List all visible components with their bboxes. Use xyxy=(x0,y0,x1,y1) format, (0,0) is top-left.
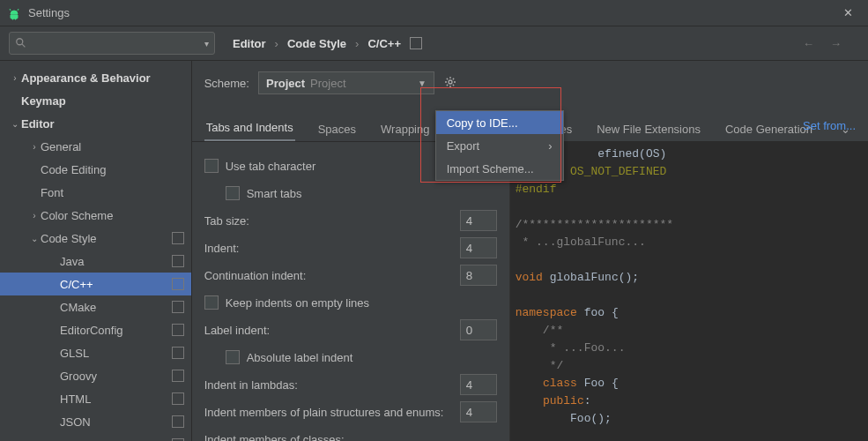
tab-wrapping[interactable]: Wrapping xyxy=(379,117,431,141)
sidebar-item-html[interactable]: HTML xyxy=(0,387,191,410)
svg-point-2 xyxy=(449,80,452,84)
breadcrumb-codestyle[interactable]: Code Style xyxy=(287,37,346,50)
close-button[interactable]: ✕ xyxy=(835,6,861,19)
project-badge-icon xyxy=(172,255,184,267)
smart-tabs-checkbox[interactable] xyxy=(226,186,240,200)
tree-arrow-icon: ⌄ xyxy=(9,119,21,129)
scheme-combobox[interactable]: Project Project ▼ xyxy=(258,71,434,94)
sidebar-item-c-c-[interactable]: C/C++ xyxy=(0,273,191,295)
sidebar-item-font[interactable]: Font xyxy=(0,181,191,204)
project-badge-icon xyxy=(172,347,184,359)
project-badge-icon xyxy=(172,301,184,313)
tab-tabs-indents[interactable]: Tabs and Indents xyxy=(204,116,295,141)
scheme-label: Scheme: xyxy=(204,77,249,90)
sidebar-item-keymap[interactable]: Keymap xyxy=(0,89,191,112)
sidebar-item-color-scheme[interactable]: ›Color Scheme xyxy=(0,204,191,227)
project-badge-icon xyxy=(172,324,184,336)
project-badge-icon xyxy=(172,232,184,244)
nav-back-icon[interactable]: ← xyxy=(803,37,814,50)
tree-arrow-icon: › xyxy=(28,142,41,152)
chevron-down-icon: ▼ xyxy=(418,78,427,88)
sidebar-item-code-style[interactable]: ⌄Code Style xyxy=(0,227,191,250)
tab-new-file-ext[interactable]: New File Extensions xyxy=(595,117,702,141)
popup-import-scheme[interactable]: Import Scheme... xyxy=(436,157,563,180)
indent-form: Use tab character Smart tabs Tab size: I… xyxy=(192,142,509,441)
sidebar-item-cmake[interactable]: CMake xyxy=(0,295,191,318)
search-icon xyxy=(15,37,27,49)
svg-point-0 xyxy=(17,39,23,45)
tab-spaces[interactable]: Spaces xyxy=(316,117,358,141)
sidebar-item-json[interactable]: JSON xyxy=(0,410,191,433)
use-tab-checkbox[interactable] xyxy=(204,159,219,173)
tab-size-input[interactable] xyxy=(460,210,497,231)
sidebar-item-appearance-behavior[interactable]: ›Appearance & Behavior xyxy=(0,66,191,89)
breadcrumb-ccpp[interactable]: C/C++ xyxy=(367,37,401,50)
plain-indent-input[interactable] xyxy=(460,401,497,422)
settings-tree: ›Appearance & BehaviorKeymap⌄Editor›Gene… xyxy=(0,61,192,441)
scheme-actions-popup: Copy to IDE... Export› Import Scheme... xyxy=(435,110,564,181)
absolute-label-checkbox[interactable] xyxy=(226,350,240,364)
breadcrumb: Editor › Code Style › C/C++ xyxy=(233,37,422,50)
popup-export[interactable]: Export› xyxy=(436,134,563,157)
project-badge-icon xyxy=(410,37,422,49)
project-badge-icon xyxy=(172,392,184,405)
keep-empty-checkbox[interactable] xyxy=(204,295,219,310)
breadcrumb-editor[interactable]: Editor xyxy=(233,37,266,50)
search-input[interactable]: ▾ xyxy=(9,32,215,55)
window-title: Settings xyxy=(28,6,835,19)
svg-line-1 xyxy=(22,44,26,48)
project-badge-icon xyxy=(172,278,184,290)
android-logo-icon xyxy=(7,6,21,20)
tree-arrow-icon: › xyxy=(9,73,21,83)
project-badge-icon xyxy=(172,415,184,428)
sidebar-item-code-editing[interactable]: Code Editing xyxy=(0,158,191,181)
set-from-link[interactable]: Set from... xyxy=(803,119,856,132)
sidebar-item-general[interactable]: ›General xyxy=(0,135,191,158)
nav-forward-icon[interactable]: → xyxy=(830,37,842,50)
project-badge-icon xyxy=(172,370,184,382)
label-indent-input[interactable] xyxy=(460,319,497,340)
lambdas-indent-input[interactable] xyxy=(460,374,497,395)
tree-arrow-icon: ⌄ xyxy=(28,234,41,243)
tab-code-generation[interactable]: Code Generation xyxy=(723,117,814,141)
gear-icon[interactable] xyxy=(443,75,457,92)
sidebar-item-editorconfig[interactable]: EditorConfig xyxy=(0,318,191,341)
chevron-down-icon: ▾ xyxy=(204,39,209,49)
chevron-right-icon: › xyxy=(548,139,552,153)
sidebar-item-kotlin[interactable]: Kotlin xyxy=(0,433,191,441)
code-preview: efined(OS) #define OS_NOT_DEFINED #endif… xyxy=(509,142,868,441)
sidebar-item-editor[interactable]: ⌄Editor xyxy=(0,112,191,135)
tree-arrow-icon: › xyxy=(28,211,41,220)
continuation-indent-input[interactable] xyxy=(460,265,497,286)
indent-input[interactable] xyxy=(460,237,497,258)
sidebar-item-java[interactable]: Java xyxy=(0,250,191,273)
popup-copy-to-ide[interactable]: Copy to IDE... xyxy=(436,111,563,134)
sidebar-item-glsl[interactable]: GLSL xyxy=(0,341,191,364)
sidebar-item-groovy[interactable]: Groovy xyxy=(0,364,191,387)
